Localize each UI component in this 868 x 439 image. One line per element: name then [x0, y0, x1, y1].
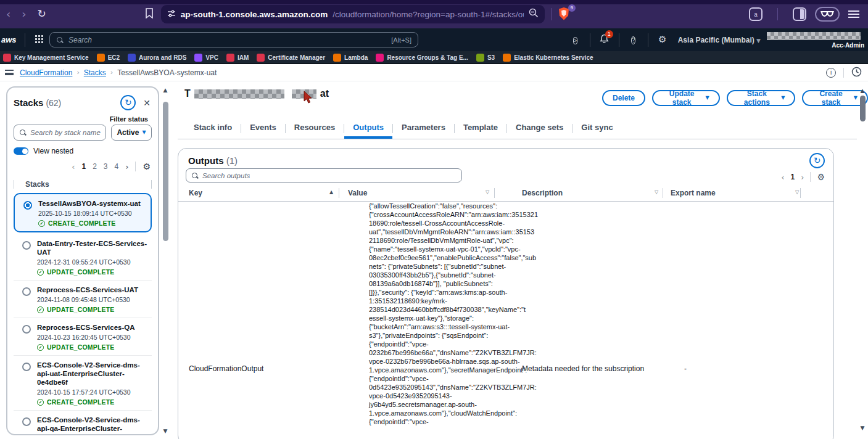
tab-change-sets[interactable]: Change sets: [507, 118, 572, 139]
favorite-aurora-rds[interactable]: Aurora and RDS: [128, 54, 186, 62]
page-1[interactable]: 1: [81, 162, 86, 171]
next-page-icon[interactable]: ›: [125, 163, 128, 171]
scrollbar-thumb[interactable]: [860, 96, 866, 121]
scroll-up-icon[interactable]: ▲: [163, 88, 168, 93]
stack-name: Data-Entry-Tester-ECS-Services-UAT: [37, 239, 149, 256]
stack-list-item[interactable]: ECS-Console-V2-Service-dms-api-qa-Enterp…: [14, 411, 152, 435]
back-icon[interactable]: ‹: [6, 9, 10, 20]
scroll-down-icon[interactable]: ▼: [163, 429, 168, 434]
stack-search-input[interactable]: Search by stack name: [14, 125, 106, 141]
refresh-stacks-button[interactable]: ↻: [120, 95, 136, 110]
favorite-lambda[interactable]: Lambda: [333, 54, 368, 62]
stack-list-item[interactable]: Reprocess-ECS-Services-QA 2024-10-23 16:…: [14, 318, 152, 356]
stack-list-item[interactable]: Data-Entry-Tester-ECS-Services-UAT 2024-…: [14, 234, 152, 281]
favorite-iam[interactable]: IAM: [226, 54, 249, 62]
tab-stack-info[interactable]: Stack info: [185, 118, 241, 139]
page-3[interactable]: 3: [104, 162, 108, 171]
region-selector[interactable]: Asia Pacific (Mumbai) ▼: [678, 36, 761, 44]
radio-selected-icon[interactable]: [23, 201, 32, 210]
browser-menu-icon[interactable]: [848, 10, 859, 18]
column-export-name[interactable]: Export name: [671, 189, 716, 197]
sort-icon[interactable]: ▽: [655, 190, 658, 195]
aws-logo[interactable]: aws: [1, 35, 20, 44]
search-page-icon[interactable]: a: [749, 7, 763, 21]
outputs-preferences-gear-icon[interactable]: ⚙: [817, 173, 825, 181]
console-search-input[interactable]: Search [Alt+S]: [49, 32, 418, 47]
column-key[interactable]: Key: [189, 189, 202, 197]
sidebar-toggle-icon[interactable]: [793, 7, 806, 21]
bookmark-icon[interactable]: [145, 8, 154, 21]
forward-icon[interactable]: ›: [22, 9, 26, 20]
outputs-next-page-icon[interactable]: ›: [801, 173, 804, 181]
prev-page-icon[interactable]: ‹: [72, 163, 75, 171]
cloudshell-icon[interactable]: >: [566, 35, 585, 45]
tab-template[interactable]: Template: [455, 118, 506, 139]
column-value[interactable]: Value: [348, 189, 367, 197]
ec2-icon: [97, 54, 105, 62]
tab-events[interactable]: Events: [241, 118, 285, 139]
zoom-out-icon[interactable]: [529, 8, 539, 20]
radio-icon[interactable]: [22, 325, 31, 334]
stack-list-item[interactable]: Reprocess-ECS-Services-UAT 2024-11-08 09…: [14, 281, 152, 318]
view-nested-toggle[interactable]: [14, 147, 28, 155]
profile-avatar[interactable]: [815, 7, 840, 22]
sort-asc-icon[interactable]: ▲: [329, 190, 333, 195]
column-description[interactable]: Description: [522, 189, 563, 197]
breadcrumb-stacks[interactable]: Stacks: [84, 68, 106, 77]
outputs-search-input[interactable]: Search outputs: [186, 168, 462, 183]
page-4[interactable]: 4: [115, 162, 119, 171]
radio-icon[interactable]: [22, 241, 31, 250]
delete-button[interactable]: Delete: [602, 90, 645, 106]
sort-icon[interactable]: ▽: [795, 190, 799, 195]
tab-git-sync[interactable]: Git sync: [572, 118, 621, 139]
radio-icon[interactable]: [22, 363, 31, 371]
divider: [777, 8, 778, 20]
tab-parameters[interactable]: Parameters: [393, 118, 454, 139]
favorite-certificate-manager[interactable]: Certificate Manager: [257, 54, 325, 62]
favorite-resource-groups[interactable]: Resource Groups & Tag E...: [376, 54, 468, 62]
scroll-up-icon[interactable]: ▲: [861, 88, 865, 94]
update-stack-button[interactable]: Update stack▼: [652, 90, 720, 106]
site-permissions-icon[interactable]: [167, 9, 176, 20]
status-check-icon: ✓: [37, 344, 44, 351]
status-check-icon: ✓: [37, 306, 44, 313]
main-scrollbar[interactable]: ▲ ▼: [858, 88, 867, 431]
stack-list-item[interactable]: ECS-Console-V2-Service-dms-api-uat-Enter…: [14, 356, 152, 411]
tab-outputs[interactable]: Outputs: [344, 118, 392, 139]
brave-shield-icon[interactable]: 9: [558, 7, 572, 22]
sort-icon[interactable]: ▽: [486, 190, 489, 195]
favorite-vpc[interactable]: VPC: [194, 54, 218, 62]
scrollbar-thumb[interactable]: [163, 102, 168, 241]
radio-icon[interactable]: [22, 417, 31, 426]
breadcrumb-cloudformation[interactable]: CloudFormation: [20, 68, 72, 77]
preferences-gear-icon[interactable]: ⚙: [143, 162, 151, 171]
stack-actions-button[interactable]: Stack actions▼: [727, 90, 796, 106]
scroll-down-icon[interactable]: ▼: [861, 425, 865, 431]
account-menu[interactable]: Acc-Admin: [767, 31, 864, 49]
stack-detail-tabs: Stack info Events Resources Outputs Para…: [185, 118, 622, 139]
outputs-page-number[interactable]: 1: [791, 173, 795, 181]
history-clock-icon[interactable]: [851, 67, 862, 79]
title-redacted: [194, 89, 284, 99]
tab-resources[interactable]: Resources: [286, 118, 344, 139]
favorite-eks[interactable]: Elastic Kubernetes Service: [503, 54, 593, 62]
stack-list-item[interactable]: TessellAwsBYOA-systemx-uat 2025-10-15 18…: [14, 193, 152, 232]
address-bar[interactable]: ap-south-1.console.aws.amazon.com /cloud…: [161, 5, 545, 23]
refresh-outputs-button[interactable]: ↻: [809, 153, 825, 168]
favorite-ec2[interactable]: EC2: [97, 54, 120, 62]
favorite-key-management-service[interactable]: Key Management Service: [3, 54, 89, 62]
close-panel-icon[interactable]: ✕: [143, 99, 151, 107]
outputs-prev-page-icon[interactable]: ‹: [781, 173, 784, 181]
settings-gear-icon[interactable]: ⚙: [653, 35, 672, 44]
services-grid-icon[interactable]: [35, 35, 43, 46]
info-icon[interactable]: i: [826, 68, 836, 78]
favorite-s3[interactable]: S3: [476, 54, 495, 62]
sidebar-scrollbar[interactable]: ▲ ▼: [161, 88, 170, 434]
side-menu-icon[interactable]: [5, 70, 14, 75]
page-2[interactable]: 2: [93, 162, 97, 171]
radio-icon[interactable]: [22, 287, 31, 296]
notifications-bell-icon[interactable]: 1: [595, 34, 614, 46]
help-icon[interactable]: ?: [624, 35, 643, 45]
filter-status-dropdown[interactable]: Active ▼: [111, 125, 152, 141]
reload-icon[interactable]: ↻: [37, 9, 46, 20]
